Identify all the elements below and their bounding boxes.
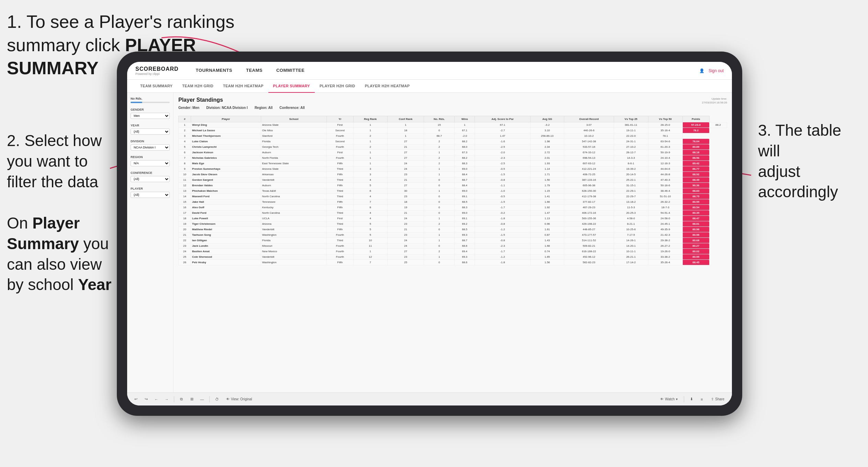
gender-select[interactable]: Men Women	[131, 113, 170, 119]
nav-tournaments[interactable]: TOURNAMENTS	[189, 62, 239, 80]
division-label: Division	[131, 140, 170, 143]
user-icon: 👤	[699, 68, 704, 73]
no-rds-slider[interactable]	[131, 102, 170, 103]
app-header: SCOREBOARD Powered by clippi TOURNAMENTS…	[127, 62, 732, 80]
logo-sub: Powered by clippi	[135, 72, 179, 76]
main-content: No Rds. Gender Men Women	[127, 93, 732, 405]
table-row: 3Michael ThorbjornsenStanfordFourth2168.…	[179, 133, 727, 139]
sub-nav-player-h2h-heatmap[interactable]: PLAYER H2H HEATMAP	[360, 80, 415, 93]
sub-nav-player-summary[interactable]: PLAYER SUMMARY	[268, 80, 315, 93]
sub-nav-team-h2h-heatmap[interactable]: TEAM H2H HEATMAP	[218, 80, 268, 93]
toolbar-divider3	[684, 396, 684, 402]
annotation-mid-left: 2. Select how you want to filter the dat…	[7, 131, 103, 192]
watch-icon: 👁	[660, 397, 664, 401]
sign-out-link[interactable]: Sign out	[709, 68, 724, 73]
grid-btn[interactable]: ⊞	[188, 396, 196, 403]
annotation-mid3: filter the data	[7, 173, 98, 191]
player-select[interactable]: (All)	[131, 192, 170, 198]
chevron-down-icon: ▾	[676, 397, 678, 401]
conference-select[interactable]: (All)	[131, 176, 170, 182]
table-row: 6Jackson KoivunAuburnFirst127167.3-2.02.…	[179, 150, 727, 155]
nav-teams[interactable]: TEAMS	[239, 62, 269, 80]
dash-btn[interactable]: —	[198, 396, 206, 403]
clock-btn[interactable]: ⏱	[213, 396, 221, 403]
filter-no-rds: No Rds.	[131, 97, 170, 103]
bottom-toolbar: ↩ ↪ ← → ⧉ ⊞ — ⏱ 👁 View: Original 👁 Watch	[127, 392, 732, 405]
table-row: 18Luke PowellUCLAFirst424169.1-1.81.1350…	[179, 216, 727, 221]
filter-division: Division NCAA Division I	[131, 140, 170, 151]
share-label: Share	[715, 397, 724, 401]
filter-conference: Conference (All)	[131, 171, 170, 182]
table-row: 1Wenyi DingArizona StateFirst1115167.1-3…	[179, 122, 727, 128]
table-row: 19Tiger ChristensenArizonaThird523269.2-…	[179, 221, 727, 227]
table-row: 20Matthew RiedelVanderbiltFifth521068.5-…	[179, 227, 727, 232]
forward-btn[interactable]: →	[163, 396, 170, 403]
col-points: Points	[682, 116, 709, 122]
toolbar-divider2	[209, 396, 210, 402]
table-row: 10Jacob Skov OlesenArkansasFifth323168.4…	[179, 172, 727, 177]
sidebar-filters: No Rds. Gender Men Women	[127, 93, 174, 392]
player-label: Player	[131, 187, 170, 190]
undo-btn[interactable]: ↩	[132, 396, 140, 403]
watch-btn[interactable]: 👁 Watch ▾	[657, 396, 680, 402]
filter-player: Player (All)	[131, 187, 170, 198]
share-icon: ⇧	[711, 397, 714, 401]
year-label: Year	[131, 124, 170, 127]
annotation-mid1: 2. Select how	[7, 132, 102, 149]
filter-conference-summary: Conference: All	[279, 106, 305, 110]
division-select[interactable]: NCAA Division I	[131, 144, 170, 151]
watch-label: Watch	[665, 397, 675, 401]
table-row: 12Brendan ValdesAuburnFifth527068.4-1.11…	[179, 183, 727, 188]
view-original-btn[interactable]: 👁 View: Original	[223, 396, 255, 402]
table-row: 4Luke ClatonFloridaSecond127268.2-1.61.9…	[179, 139, 727, 144]
table-area: Player Standings Gender: Men Division: N…	[174, 93, 732, 392]
no-rds-label: No Rds.	[131, 97, 170, 100]
view-label: View: Original	[231, 397, 252, 401]
filter-region-summary: Region: All	[255, 106, 272, 110]
filter-summary-row: Gender: Men Division: NCAA Division I Re…	[178, 106, 305, 110]
filter-gender-summary: Gender: Men	[178, 106, 199, 110]
col-reg-rank: Reg Rank	[353, 116, 387, 122]
sub-nav: TEAM SUMMARY TEAM H2H GRID TEAM H2H HEAT…	[127, 80, 732, 93]
table-row: 2Michael La SassoOle MissSecond118067.1-…	[179, 128, 727, 133]
col-school: School	[261, 116, 327, 122]
toolbar-divider1	[174, 396, 174, 402]
filter-division-summary: Division: NCAA Division I	[206, 106, 248, 110]
nav-right: 👤 Sign out	[699, 68, 724, 73]
list-btn[interactable]: ≡	[698, 396, 705, 403]
sub-nav-team-h2h-grid[interactable]: TEAM H2H GRID	[177, 80, 218, 93]
tablet-screen: SCOREBOARD Powered by clippi TOURNAMENTS…	[127, 62, 732, 405]
download-btn[interactable]: ⬇	[688, 396, 695, 403]
annotation-year-bold: Year	[78, 276, 111, 293]
update-time: Update time: 27/03/2024 16:56:26	[702, 97, 727, 104]
share-btn[interactable]: ⇧ Share	[708, 396, 727, 402]
table-row: 13Phichaksn MaichonTexas A&MThird630169.…	[179, 188, 727, 194]
table-row: 26Petr HrubyWashingtonFifth725068.6-1.81…	[179, 260, 727, 265]
table-header: # Player School Yr Reg Rank Conf Rank No…	[179, 116, 727, 122]
col-overall: Overall Record	[564, 116, 614, 122]
col-player: Player	[191, 116, 261, 122]
year-select[interactable]: (All) First Second Third Fourth Fifth	[131, 129, 170, 135]
table-row: 5Christo LamprechtGeorgia TechFourth2212…	[179, 144, 727, 150]
sub-nav-player-h2h-grid[interactable]: PLAYER H2H GRID	[315, 80, 360, 93]
back-btn[interactable]: ←	[153, 396, 160, 403]
col-avg-sg: Avg SG	[530, 116, 564, 122]
annotation-line1: 1. To see a Player's rankings	[7, 12, 234, 32]
region-select[interactable]: N/A	[131, 160, 170, 166]
copy-btn[interactable]: ⧉	[178, 396, 185, 403]
region-label: Region	[131, 155, 170, 159]
table-row: 24Bastien AmatNew MexicoFourth127269.4-1…	[179, 249, 727, 254]
redo-btn[interactable]: ↪	[142, 396, 150, 403]
table-row: 23Jack LundinMissouriFourth1124068.6-2.3…	[179, 243, 727, 249]
view-icon: 👁	[226, 397, 230, 401]
annotation-bottom-left: On PlayerSummary you can also view by sc…	[7, 213, 113, 295]
section-title: Player Standings	[178, 97, 305, 103]
sub-nav-team-summary[interactable]: TEAM SUMMARY	[135, 80, 177, 93]
nav-committee[interactable]: COMMITTEE	[269, 62, 312, 80]
filter-gender: Gender Men Women	[131, 108, 170, 119]
table-row: 14Maxwell FordNorth CarolinaThird423069.…	[179, 194, 727, 199]
logo-text: SCOREBOARD	[135, 66, 179, 72]
gender-label: Gender	[131, 108, 170, 111]
table-row: 22Ian GilliganFloridaThird1024168.7-0.81…	[179, 238, 727, 243]
col-conf-rank: Conf Rank	[387, 116, 424, 122]
